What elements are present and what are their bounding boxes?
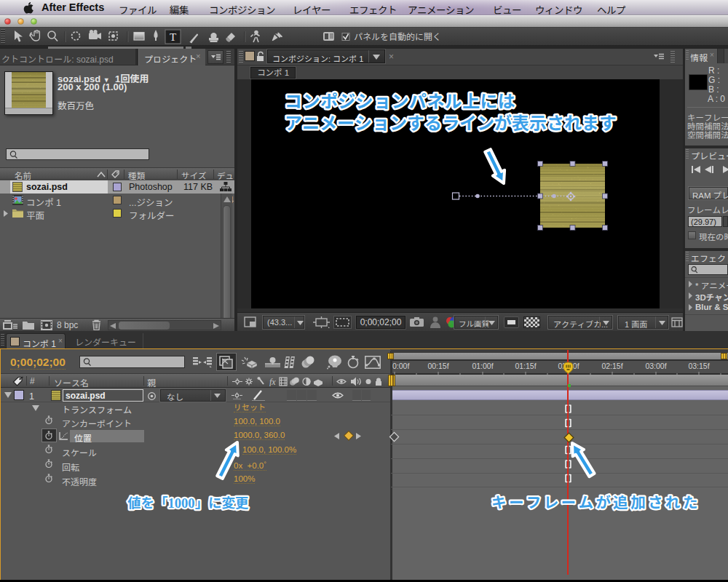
- svg-text:アニメーションするラインが表示されます: アニメーションするラインが表示されます: [285, 109, 617, 135]
- svg-text:値を「1000」に変更: 値を「1000」に変更: [127, 493, 249, 511]
- svg-text:キーフレームが追加された: キーフレームが追加された: [491, 490, 700, 512]
- svg-text:パネルを自動的に開く: パネルを自動的に開く: [354, 32, 441, 42]
- svg-text:T: T: [170, 31, 176, 43]
